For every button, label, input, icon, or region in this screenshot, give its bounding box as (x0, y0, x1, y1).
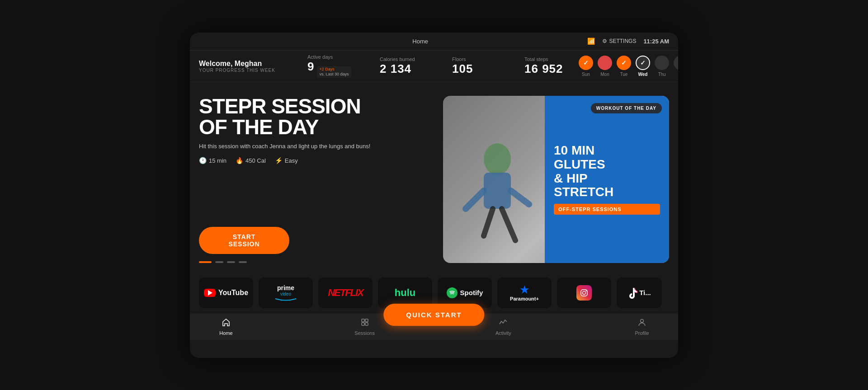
activity-icon (499, 318, 508, 329)
duration-value: 15 min (209, 157, 226, 164)
day-circle-sun: ✓ (579, 56, 593, 70)
nav-activity-label: Activity (495, 330, 511, 336)
difficulty-value: Easy (285, 157, 298, 164)
workout-overlay-title: 10 MIN GLUTES & HIP STRETCH (554, 144, 660, 199)
app-youtube[interactable]: YouTube (199, 277, 253, 308)
session-description: Hit this session with coach Jenna and li… (199, 142, 434, 151)
nav-profile[interactable]: Profile (624, 318, 660, 336)
svg-line-5 (502, 209, 515, 240)
session-title: STEPR SESSION OF THE DAY (199, 96, 434, 137)
day-circle-thu (655, 56, 669, 70)
bottom-nav: Home Sessions QUICK START A (190, 314, 678, 340)
profile-icon (637, 318, 646, 329)
app-netflix[interactable]: NETFLIX (318, 277, 373, 308)
app-instagram[interactable] (557, 277, 611, 308)
steps-value: 16 952 (524, 62, 563, 76)
quick-start-button[interactable]: QUICK START (383, 304, 484, 326)
day-label-mon: Mon (600, 72, 609, 77)
svg-line-2 (466, 191, 484, 209)
home-icon (222, 318, 231, 329)
page-title: Home (412, 38, 428, 45)
main-content: STEPR SESSION OF THE DAY Hit this sessio… (190, 82, 678, 272)
svg-line-4 (484, 209, 493, 236)
steps-stat: Total steps 16 952 (524, 56, 579, 76)
left-panel: STEPR SESSION OF THE DAY Hit this sessio… (199, 96, 434, 263)
day-tue: ✓ Tue (617, 56, 631, 77)
wifi-icon: 📶 (587, 38, 595, 45)
nav-home-label: Home (219, 330, 232, 336)
session-meta: 🕐 15 min 🔥 450 Cal ⚡ Easy (199, 157, 434, 164)
svg-point-7 (583, 291, 586, 294)
person-silhouette (448, 132, 547, 263)
dot-4 (239, 261, 247, 263)
svg-point-13 (640, 319, 643, 322)
welcome-sub: YOUR PROGRESS THIS WEEK (199, 68, 289, 73)
top-bar: Home 📶 ⚙ SETTINGS 11:25 AM (190, 33, 678, 51)
stats-bar: Welcome, Meghan YOUR PROGRESS THIS WEEK … (190, 51, 678, 82)
nav-activity[interactable]: Activity (485, 318, 521, 336)
calories-stat: Calories burned 2 134 (380, 56, 434, 76)
workout-overlay: 10 MIN GLUTES & HIP STRETCH OFF-STEPR SE… (545, 96, 669, 263)
fire-icon: 🔥 (236, 157, 243, 164)
nav-sessions[interactable]: Sessions (347, 318, 383, 336)
app-tiktok[interactable]: Ti... (617, 277, 662, 308)
day-circle-wed: ✓ (636, 56, 650, 70)
day-circle-mon (598, 56, 612, 70)
app-prime[interactable]: prime video (259, 277, 313, 308)
svg-rect-10 (365, 319, 368, 322)
gear-icon: ⚙ (602, 38, 607, 44)
welcome-name: Welcome, Meghan (199, 60, 289, 68)
nav-home[interactable]: Home (208, 318, 244, 336)
day-circle-tue: ✓ (617, 56, 631, 70)
day-fri: Fri (674, 56, 678, 77)
svg-rect-11 (362, 323, 364, 325)
svg-rect-12 (365, 323, 368, 325)
svg-line-3 (511, 191, 529, 204)
steps-label: Total steps (524, 56, 579, 62)
device-frame: Home 📶 ⚙ SETTINGS 11:25 AM Welcome, Megh… (190, 33, 678, 358)
time-display: 11:25 AM (643, 38, 669, 45)
day-mon: Mon (598, 56, 612, 77)
svg-rect-9 (362, 319, 364, 322)
svg-point-0 (484, 143, 511, 175)
workout-card[interactable]: WORKOUT OF THE DAY 10 MIN GLUTES & HIP S… (443, 96, 669, 263)
day-label-thu: Thu (658, 72, 665, 77)
days-section: ✓ Sun Mon ✓ Tue ✓ (579, 56, 678, 77)
workout-badge: WORKOUT OF THE DAY (591, 103, 662, 113)
day-circle-fri (674, 56, 678, 70)
lightning-icon: ⚡ (275, 157, 283, 164)
active-days-label: Active days (307, 54, 362, 60)
active-days-badge: +2 Days vs. Last 30 days (317, 66, 351, 78)
svg-point-8 (586, 290, 587, 291)
nav-profile-label: Profile (635, 330, 649, 336)
floors-value: 105 (452, 62, 473, 76)
welcome-section: Welcome, Meghan YOUR PROGRESS THIS WEEK (199, 60, 289, 73)
active-days-stat: Active days 9 +2 Days vs. Last 30 days (307, 54, 362, 78)
difficulty-meta: ⚡ Easy (275, 157, 298, 164)
day-wed: ✓ Wed (636, 56, 650, 77)
sessions-icon (360, 318, 369, 329)
clock-icon: 🕐 (199, 157, 207, 164)
floors-label: Floors (452, 56, 506, 62)
settings-button[interactable]: ⚙ SETTINGS (602, 38, 636, 44)
carousel-dots (199, 261, 434, 263)
dot-2 (215, 261, 223, 263)
dot-3 (227, 261, 235, 263)
day-label-wed: Wed (638, 72, 648, 77)
day-label-tue: Tue (620, 72, 628, 77)
duration-meta: 🕐 15 min (199, 157, 226, 164)
calories-value: 2 134 (380, 62, 411, 76)
svg-rect-1 (484, 173, 511, 209)
day-thu: Thu (655, 56, 669, 77)
workout-overlay-subtitle: OFF-STEPR SESSIONS (554, 204, 660, 215)
day-label-sun: Sun (582, 72, 590, 77)
start-session-button[interactable]: START SESSION (199, 227, 289, 254)
floors-stat: Floors 105 (452, 56, 506, 76)
app-paramount[interactable]: ★ Paramount+ (497, 277, 552, 308)
calories-meta-value: 450 Cal (245, 157, 266, 164)
nav-sessions-label: Sessions (354, 330, 375, 336)
calories-label: Calories burned (380, 56, 434, 62)
calories-meta: 🔥 450 Cal (236, 157, 266, 164)
dot-1 (199, 261, 212, 263)
active-days-value: 9 (307, 60, 314, 74)
